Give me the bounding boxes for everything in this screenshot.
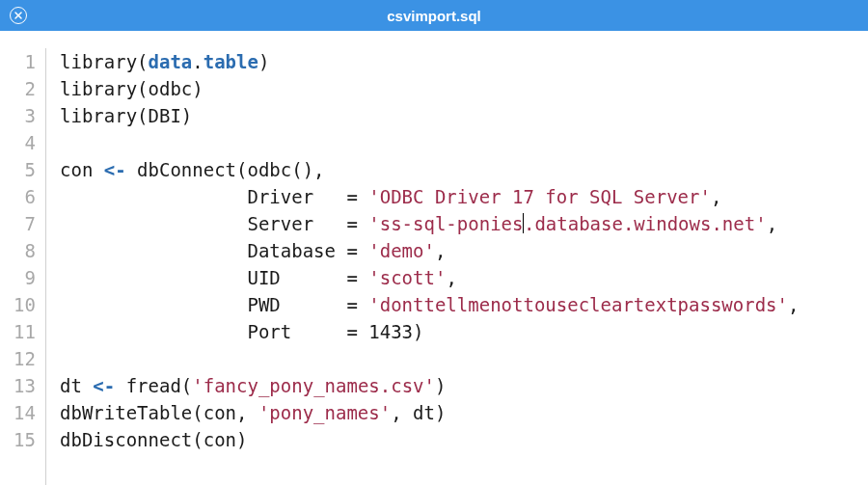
code-line[interactable] [60,129,799,156]
code-line[interactable]: library(data.table) [60,48,799,75]
code-line[interactable]: PWD = 'donttellmenottousecleartextpasswo… [60,291,799,318]
line-number: 6 [0,183,36,210]
line-number: 2 [0,75,36,102]
line-number: 9 [0,264,36,291]
code-token: , [767,213,777,234]
code-token: 'ss-sql-ponies [368,213,523,234]
code-area[interactable]: library(data.table)library(odbc)library(… [46,48,799,485]
line-number: 12 [0,345,36,372]
line-number: 10 [0,291,36,318]
code-line[interactable]: dbWriteTable(con, 'pony_names', dt) [60,399,799,426]
code-token: 'ODBC Driver 17 for SQL Server' [368,186,711,207]
code-token: PWD = [60,294,368,315]
code-token: . [192,51,203,72]
file-title: csvimport.sql [27,8,858,24]
code-token: 'donttellmenottousecleartextpasswords' [368,294,788,315]
code-line[interactable]: library(DBI) [60,102,799,129]
code-line[interactable]: con <- dbConnect(odbc(), [60,156,799,183]
editor: 123456789101112131415 library(data.table… [0,31,868,485]
code-token: fread( [115,375,192,396]
code-line[interactable]: dbDisconnect(con) [60,426,799,453]
code-token: Driver = [60,186,368,207]
code-token: .database.windows.net' [524,213,767,234]
line-number: 5 [0,156,36,183]
line-number: 4 [0,129,36,156]
code-token: table [203,51,258,72]
line-number: 13 [0,372,36,399]
line-number: 15 [0,426,36,453]
code-token: , [446,267,456,288]
close-button[interactable] [10,7,27,24]
code-token: library( [60,51,149,72]
code-token: UID = [60,267,368,288]
code-token: dbConnect(odbc(), [126,159,325,180]
code-token: library(DBI) [60,105,192,126]
code-token: , [711,186,721,207]
line-number-gutter: 123456789101112131415 [0,48,46,485]
code-token: 'scott' [368,267,446,288]
code-line[interactable]: dt <- fread('fancy_pony_names.csv') [60,372,799,399]
code-token: library(odbc) [60,78,203,99]
code-token: Port = [60,321,368,342]
code-token: <- [93,375,115,396]
code-token: 'fancy_pony_names.csv' [192,375,435,396]
code-token: con [60,159,104,180]
code-token: dbDisconnect(con) [60,429,247,450]
code-token: Database = [60,240,368,261]
titlebar: csvimport.sql [0,0,868,31]
code-line[interactable]: Driver = 'ODBC Driver 17 for SQL Server'… [60,183,799,210]
code-token: Server = [60,213,368,234]
code-token: data [149,51,193,72]
code-line[interactable]: UID = 'scott', [60,264,799,291]
code-token: ) [413,321,423,342]
line-number: 14 [0,399,36,426]
code-token: dt [60,375,93,396]
code-token: , dt) [391,402,446,423]
line-number: 8 [0,237,36,264]
code-line[interactable]: Database = 'demo', [60,237,799,264]
code-token: , [788,294,799,315]
code-token: ) [435,375,446,396]
close-icon [14,11,23,20]
code-token: 1433 [368,321,413,342]
code-line[interactable]: Port = 1433) [60,318,799,345]
line-number: 11 [0,318,36,345]
line-number: 7 [0,210,36,237]
code-token: 'pony_names' [258,402,391,423]
code-line[interactable]: Server = 'ss-sql-ponies.database.windows… [60,210,799,237]
line-number: 1 [0,48,36,75]
line-number: 3 [0,102,36,129]
code-token: , [435,240,446,261]
code-token: dbWriteTable(con, [60,402,258,423]
code-token: ) [258,51,269,72]
code-line[interactable]: library(odbc) [60,75,799,102]
code-token: 'demo' [368,240,435,261]
code-line[interactable] [60,345,799,372]
code-token: <- [104,159,126,180]
